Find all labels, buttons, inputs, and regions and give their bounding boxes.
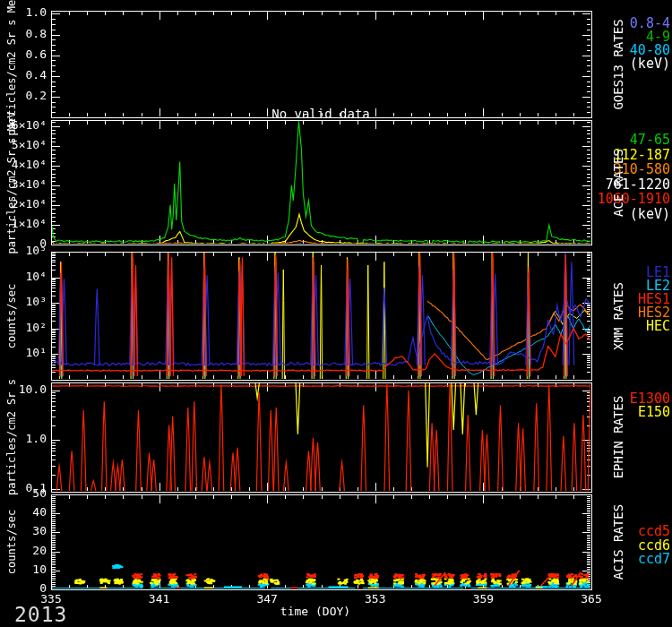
radiation-environment-plot: 1.00.80.60.40.20.8-44-940-80(keV)GOES13 … <box>0 0 672 627</box>
plot-canvas <box>0 0 672 627</box>
